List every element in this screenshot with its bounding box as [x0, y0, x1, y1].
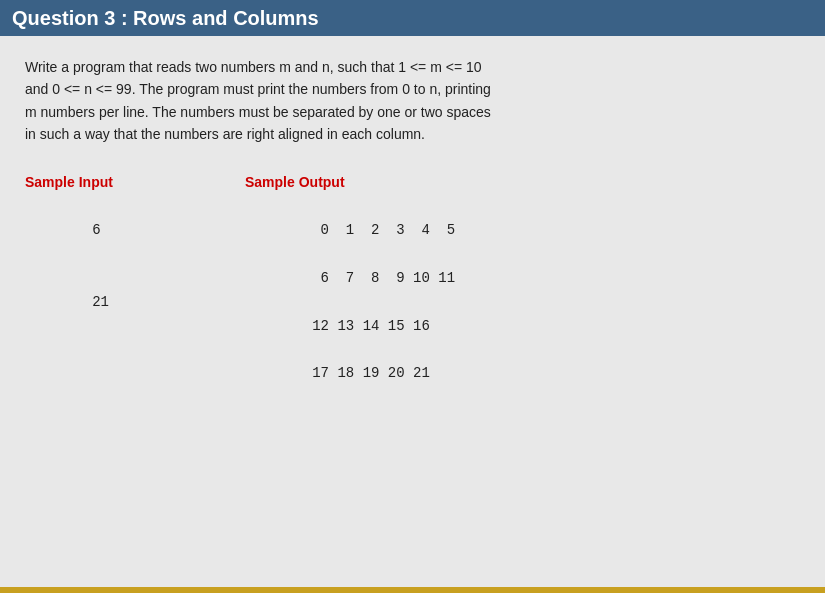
sample-input-section: Sample Input 6 21 [25, 174, 245, 410]
sample-output-data: 0 1 2 3 4 5 6 7 8 9 10 11 12 13 14 15 16… [245, 196, 545, 410]
sample-output-line-1: 0 1 2 3 4 5 [312, 222, 455, 238]
sample-input-line-2: 21 [92, 294, 109, 310]
page-title: Question 3 : Rows and Columns [12, 7, 319, 30]
sample-output-section: Sample Output 0 1 2 3 4 5 6 7 8 9 10 11 … [245, 174, 545, 410]
sample-input-label: Sample Input [25, 174, 245, 190]
page-header: Question 3 : Rows and Columns [0, 0, 825, 36]
bottom-bar [0, 587, 825, 593]
sample-output-line-3: 12 13 14 15 16 [312, 318, 430, 334]
samples-container: Sample Input 6 21 Sample Output 0 1 2 3 … [25, 174, 800, 410]
main-content: Write a program that reads two numbers m… [0, 36, 825, 587]
sample-output-label: Sample Output [245, 174, 545, 190]
description-text: Write a program that reads two numbers m… [25, 59, 491, 142]
problem-description: Write a program that reads two numbers m… [25, 56, 800, 146]
sample-input-line-1: 6 [92, 222, 100, 238]
sample-output-line-2: 6 7 8 9 10 11 [312, 270, 455, 286]
sample-input-data: 6 21 [25, 196, 245, 339]
sample-output-line-4: 17 18 19 20 21 [312, 365, 430, 381]
